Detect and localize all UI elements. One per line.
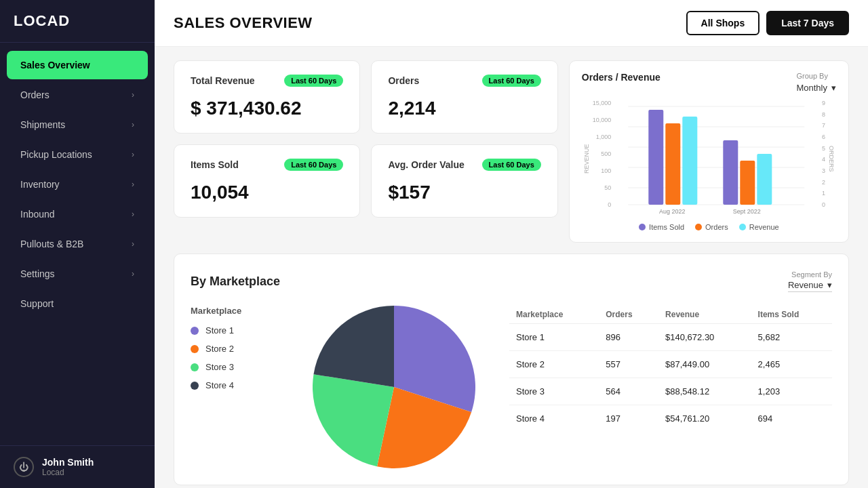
legend-items-sold: Items Sold xyxy=(639,223,684,231)
table-row: Store 1896$140,672.305,682 xyxy=(509,324,832,351)
legend-dot-revenue xyxy=(739,224,746,230)
marketplace-body: Marketplace Store 1 Store 2 Store 3 xyxy=(191,306,832,468)
sidebar-item-label-orders: Orders xyxy=(20,89,50,100)
sidebar-item-label-support: Support xyxy=(20,298,54,309)
td-marketplace-3: Store 4 xyxy=(509,405,599,432)
td-orders-3: 197 xyxy=(599,405,658,432)
marketplace-title: By Marketplace xyxy=(191,274,280,289)
chart-title: Orders / Revenue xyxy=(582,72,660,83)
sidebar-item-pullouts-b2b[interactable]: Pullouts & B2B› xyxy=(7,230,148,258)
items-sold-value: 10,054 xyxy=(191,182,343,203)
sidebar-item-orders[interactable]: Orders› xyxy=(7,81,148,109)
chevron-right-icon: › xyxy=(132,180,134,189)
dot-store2 xyxy=(191,345,199,353)
y-axis-right-title: ORDERS xyxy=(827,100,836,218)
group-by-value: Monthly xyxy=(796,83,827,93)
sidebar-item-inventory[interactable]: Inventory› xyxy=(7,170,148,199)
sidebar: LOCAD Sales OverviewOrders›Shipments›Pic… xyxy=(0,0,155,488)
total-revenue-card: Total Revenue Last 60 Days $ 371,430.62 xyxy=(174,60,360,134)
total-revenue-label: Total Revenue xyxy=(191,75,255,86)
table-row: Store 2557$87,449.002,465 xyxy=(509,351,832,378)
label-store3: Store 3 xyxy=(205,362,234,372)
marketplace-header: By Marketplace Segment By Revenue ▾ xyxy=(191,270,832,292)
metrics-row: Total Revenue Last 60 Days $ 371,430.62 … xyxy=(174,60,849,243)
items-sold-badge: Last 60 Days xyxy=(284,159,343,171)
group-by-select[interactable]: Monthly ▾ xyxy=(796,83,836,93)
td-revenue-0: $140,672.30 xyxy=(658,324,751,351)
avg-order-label: Avg. Order Value xyxy=(388,159,464,170)
mp-data-table: Marketplace Orders Revenue Items Sold St… xyxy=(509,306,832,432)
chart-svg-area: Aug 2022 Sept 2022 xyxy=(615,100,818,218)
items-sold-card: Items Sold Last 60 Days 10,054 xyxy=(174,144,360,218)
orders-revenue-chart-card: Orders / Revenue Group By Monthly ▾ REVE… xyxy=(569,60,849,243)
sidebar-item-label-shipments: Shipments xyxy=(20,119,65,130)
td-items_sold-2: 1,203 xyxy=(751,378,832,405)
svg-rect-10 xyxy=(741,161,755,205)
mp-table-header-row: Marketplace Orders Revenue Items Sold xyxy=(509,306,832,324)
segment-by-label: Segment By xyxy=(788,270,832,279)
avg-order-value: $157 xyxy=(388,182,540,203)
chevron-right-icon: › xyxy=(132,150,134,159)
legend-store4: Store 4 xyxy=(191,380,279,390)
dot-store1 xyxy=(191,327,199,335)
orders-badge: Last 60 Days xyxy=(482,75,541,87)
table-row: Store 4197$54,761.20694 xyxy=(509,405,832,432)
td-orders-0: 896 xyxy=(599,324,658,351)
sidebar-item-label-settings: Settings xyxy=(20,268,55,279)
total-revenue-badge: Last 60 Days xyxy=(284,75,343,87)
group-by-label: Group By xyxy=(796,72,836,80)
td-revenue-2: $88,548.12 xyxy=(658,378,751,405)
marketplace-table: Marketplace Orders Revenue Items Sold St… xyxy=(509,306,832,468)
td-orders-1: 557 xyxy=(599,351,658,378)
svg-rect-11 xyxy=(757,154,772,205)
power-button[interactable]: ⏻ xyxy=(14,457,34,477)
chevron-right-icon: › xyxy=(132,269,134,279)
pie-chart-wrap xyxy=(299,306,489,468)
td-marketplace-2: Store 3 xyxy=(509,378,599,405)
chart-legend: Items Sold Orders Revenue xyxy=(582,223,836,231)
all-shops-button[interactable]: All Shops xyxy=(686,11,760,35)
sidebar-item-settings[interactable]: Settings› xyxy=(7,260,148,288)
td-items_sold-0: 5,682 xyxy=(751,324,832,351)
y-axis-left-title: REVENUE xyxy=(582,100,591,218)
total-revenue-header: Total Revenue Last 60 Days xyxy=(191,75,343,87)
user-info: John Smith Locad xyxy=(42,457,141,477)
label-store4: Store 4 xyxy=(205,380,234,390)
th-revenue: Revenue xyxy=(658,306,751,324)
sidebar-item-label-pullouts-b2b: Pullouts & B2B xyxy=(20,239,83,249)
pie-chart-svg xyxy=(313,306,475,468)
segment-by-value: Revenue xyxy=(788,280,823,290)
sidebar-item-inbound[interactable]: Inbound› xyxy=(7,200,148,228)
sidebar-item-label-sales-overview: Sales Overview xyxy=(20,60,90,70)
avg-order-header: Avg. Order Value Last 60 Days xyxy=(388,159,540,171)
svg-rect-6 xyxy=(649,110,664,205)
orders-label: Orders xyxy=(388,75,419,86)
chevron-right-icon: › xyxy=(132,90,134,100)
period-button[interactable]: Last 7 Days xyxy=(766,11,849,35)
td-marketplace-0: Store 1 xyxy=(509,324,599,351)
page-title: Sales Overview xyxy=(174,14,313,32)
y-axis-left: 15,000 10,000 1,000 500 100 50 0 xyxy=(593,100,614,208)
sidebar-item-shipments[interactable]: Shipments› xyxy=(7,110,148,139)
sidebar-item-label-inventory: Inventory xyxy=(20,179,60,190)
sidebar-item-pickup-locations[interactable]: Pickup Locations› xyxy=(7,140,148,169)
td-items_sold-3: 694 xyxy=(751,405,832,432)
total-revenue-value: $ 371,430.62 xyxy=(191,98,343,119)
svg-rect-9 xyxy=(724,140,738,205)
marketplace-card: By Marketplace Segment By Revenue ▾ Mark… xyxy=(174,253,849,485)
nav-section: Sales OverviewOrders›Shipments›Pickup Lo… xyxy=(0,43,155,445)
sidebar-item-sales-overview[interactable]: Sales Overview xyxy=(7,51,148,79)
items-sold-header: Items Sold Last 60 Days xyxy=(191,159,343,171)
bar-chart-container: REVENUE 15,000 10,000 1,000 500 100 50 0 xyxy=(582,100,836,218)
sidebar-item-support[interactable]: Support xyxy=(7,289,148,318)
group-by-controls: Group By Monthly ▾ xyxy=(796,72,836,93)
chevron-right-icon: › xyxy=(132,209,134,219)
sidebar-footer: ⏻ John Smith Locad xyxy=(0,445,155,488)
mp-table-body: Store 1896$140,672.305,682Store 2557$87,… xyxy=(509,324,832,432)
chevron-right-icon: › xyxy=(132,239,134,249)
avg-order-badge: Last 60 Days xyxy=(482,159,541,171)
table-row: Store 3564$88,548.121,203 xyxy=(509,378,832,405)
segment-by-select[interactable]: Revenue ▾ xyxy=(788,280,832,292)
svg-rect-7 xyxy=(666,123,681,205)
legend-orders: Orders xyxy=(695,223,728,231)
